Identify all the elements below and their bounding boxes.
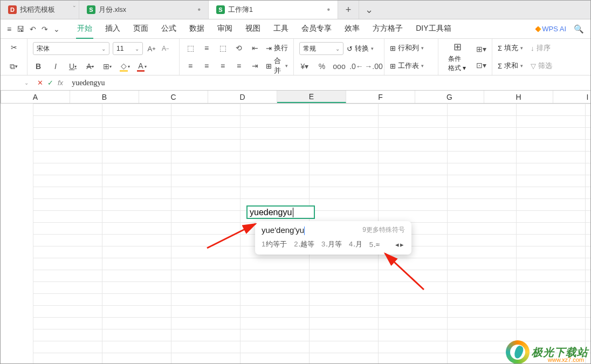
font-increase-button[interactable]: A+ — [146, 43, 157, 54]
font-color-button[interactable]: A▾ — [136, 61, 147, 72]
tab-file-2[interactable]: S 工作簿1 • — [209, 1, 338, 19]
rows-cols-button[interactable]: ⊞ 行和列▾ — [390, 42, 432, 54]
comma-icon[interactable]: ooo — [334, 61, 345, 72]
align-top-icon[interactable]: ⬚ — [185, 43, 196, 53]
dec-dec-icon[interactable]: →.00 — [368, 61, 379, 72]
ime-cand-2[interactable]: 2.越等 — [294, 239, 314, 249]
currency-icon[interactable]: ¥▾ — [299, 61, 310, 72]
col-header-G[interactable]: G — [415, 91, 484, 103]
underline-button[interactable]: U▾ — [67, 61, 78, 72]
align-middle-icon[interactable]: ≡ — [201, 43, 212, 53]
ribbon: ✂ ⧉▾ 宋体⌄ 11⌄ A+ A− B I U▾ A▾ ⊞▾ ◇▾ A▾ ⬚ … — [1, 39, 590, 75]
convert-button[interactable]: ↺ 转换▾ — [347, 43, 374, 54]
cond-format-button[interactable]: ⊞条件格式 ▾ — [444, 39, 471, 75]
add-tab-button[interactable]: + — [338, 1, 359, 19]
menu-insert[interactable]: 插入 — [104, 19, 121, 39]
strike-button[interactable]: A▾ — [85, 61, 95, 72]
border-button[interactable]: ⊞▾ — [102, 61, 113, 72]
bold-button[interactable]: B — [33, 61, 44, 72]
font-name-select[interactable]: 宋体⌄ — [33, 42, 109, 55]
worksheet-button[interactable]: ⊞ 工作表▾ — [390, 60, 432, 72]
italic-button[interactable]: I — [50, 61, 61, 72]
spreadsheet-grid[interactable]: A B C D E F G H I yuedengyu 9更多特殊符号 yue'… — [1, 91, 590, 364]
cancel-icon[interactable]: ✕ — [37, 79, 43, 87]
col-header-H[interactable]: H — [484, 91, 553, 103]
tab-template[interactable]: D 找稻壳模板 ⌄ — [1, 1, 79, 19]
formula-input[interactable]: yuedengyu — [67, 79, 590, 87]
col-header-B[interactable]: B — [70, 91, 139, 103]
menu-efficiency[interactable]: 效率 — [343, 19, 361, 39]
font-decrease-button[interactable]: A− — [160, 43, 171, 54]
col-header-I[interactable]: I — [553, 91, 590, 103]
menu-start[interactable]: 开始 — [76, 19, 93, 39]
sum-button[interactable]: Σ 求和▾ — [498, 60, 523, 72]
cut-icon[interactable]: ✂ — [6, 42, 22, 53]
document-tabs: D 找稻壳模板 ⌄ S 月份.xlsx • S 工作簿1 • + ⌄ — [1, 1, 590, 19]
tab-list-button[interactable]: ⌄ — [359, 1, 379, 19]
cell-style-icon[interactable]: ⊞▾ — [476, 44, 486, 54]
ime-cand-3[interactable]: 3.月等 — [321, 239, 342, 249]
fill-down-button[interactable]: Σ 填充▾ — [498, 42, 523, 54]
fill-color-button[interactable]: ◇▾ — [119, 61, 130, 72]
qa-dropdown-icon[interactable]: ⌄ — [53, 25, 60, 33]
indent-dec-icon[interactable]: ⇤ — [250, 43, 260, 53]
indent-inc-icon[interactable]: ⇥ — [250, 60, 260, 71]
dec-inc-icon[interactable]: .0← — [351, 61, 362, 72]
menu-view[interactable]: 视图 — [244, 19, 262, 39]
filter-button[interactable]: ▽ 筛选 — [531, 60, 552, 72]
sort-button[interactable]: ↓ 排序 — [531, 42, 551, 54]
justify-icon[interactable]: ≡ — [233, 60, 244, 71]
align-left-icon[interactable]: ≡ — [185, 60, 196, 71]
wps-ai-button[interactable]: WPS AI — [536, 25, 566, 33]
active-cell[interactable]: yuedengyu — [246, 205, 315, 219]
right-menu: WPS AI 🔍 — [536, 24, 590, 34]
col-header-A[interactable]: A — [1, 91, 70, 103]
ime-hint[interactable]: 9更多特殊符号 — [362, 225, 405, 235]
ime-cand-1[interactable]: 1约等于 — [262, 239, 287, 249]
merge-button[interactable]: ⊞ 合并▾ — [266, 60, 288, 72]
menu-review[interactable]: 审阅 — [216, 19, 233, 39]
menu-page[interactable]: 页面 — [132, 19, 149, 39]
table-style-icon[interactable]: ⊡▾ — [476, 60, 486, 71]
font-group: 宋体⌄ 11⌄ A+ A− B I U▾ A▾ ⊞▾ ◇▾ A▾ — [28, 39, 180, 75]
col-header-F[interactable]: F — [346, 91, 415, 103]
doc-icon: S — [216, 5, 225, 14]
ime-cand-4[interactable]: 4.月 — [349, 239, 362, 249]
ime-popup: 9更多特殊符号 yue'deng'yu 1约等于 2.越等 3.月等 4.月 5… — [255, 221, 411, 255]
number-format-select[interactable]: 常规⌄ — [299, 42, 343, 55]
tab-file-1[interactable]: S 月份.xlsx • — [79, 1, 209, 19]
col-header-E[interactable]: E — [277, 91, 346, 103]
edit-group: Σ 填充▾ ↓ 排序 Σ 求和▾ ▽ 筛选 — [492, 39, 559, 75]
modified-dot-icon: • — [327, 5, 330, 15]
font-size-select[interactable]: 11⌄ — [113, 42, 143, 55]
undo-icon[interactable]: ↶ — [30, 25, 36, 33]
modified-dot-icon: • — [197, 5, 201, 15]
wrap-button[interactable]: ⇥ 换行 — [266, 42, 288, 54]
menu-data[interactable]: 数据 — [188, 19, 205, 39]
align-right-icon[interactable]: ≡ — [217, 60, 228, 71]
menu-ffgz[interactable]: 方方格子 — [372, 19, 404, 39]
fx-icon[interactable]: fx — [58, 79, 63, 87]
search-icon[interactable]: 🔍 — [574, 24, 584, 34]
align-center-icon[interactable]: ≡ — [201, 60, 212, 71]
copy-icon[interactable]: ⧉▾ — [6, 61, 22, 72]
menu-icon[interactable]: ≡ — [7, 25, 11, 33]
menu-diy[interactable]: DIY工具箱 — [415, 19, 452, 39]
align-bottom-icon[interactable]: ⬚ — [217, 43, 228, 53]
redo-icon[interactable]: ↷ — [42, 25, 48, 33]
menu-formula[interactable]: 公式 — [160, 19, 177, 39]
ime-pager[interactable]: ◂▸ — [395, 241, 405, 249]
tab-label: 找稻壳模板 — [20, 5, 55, 15]
percent-icon[interactable]: % — [317, 61, 327, 72]
menu-tools[interactable]: 工具 — [272, 19, 290, 39]
confirm-icon[interactable]: ✓ — [47, 79, 53, 87]
save-icon[interactable]: 🖫 — [17, 25, 24, 33]
menu-member[interactable]: 会员专享 — [300, 19, 333, 39]
cells-group: ⊞ 行和列▾ ⊞ 工作表▾ — [384, 39, 438, 75]
name-box[interactable]: ⌄ — [1, 80, 33, 86]
orientation-icon[interactable]: ⟲ — [233, 43, 244, 53]
ime-cand-5[interactable]: 5.≈ — [369, 241, 380, 249]
col-header-D[interactable]: D — [208, 91, 277, 103]
cells-area[interactable]: yuedengyu 9更多特殊符号 yue'deng'yu 1约等于 2.越等 … — [33, 104, 590, 364]
col-header-C[interactable]: C — [139, 91, 208, 103]
